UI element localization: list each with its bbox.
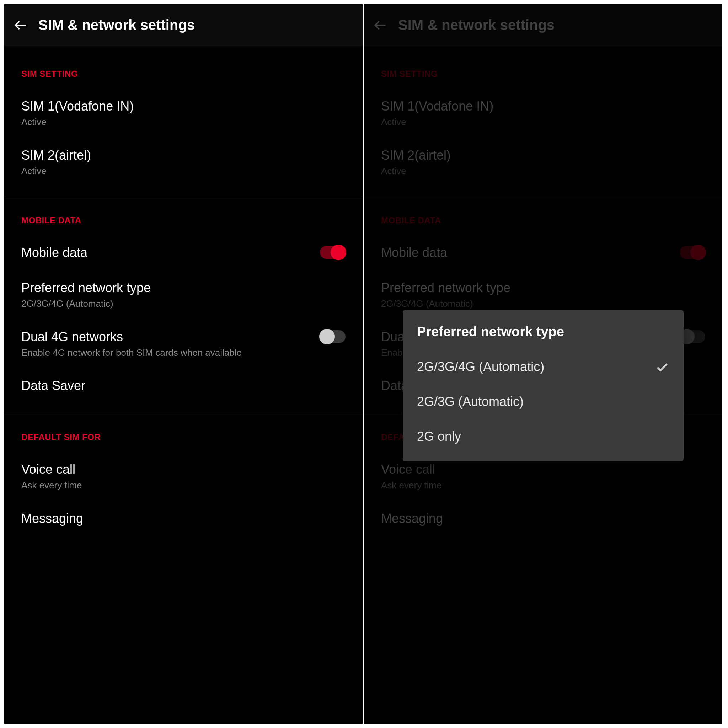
section-mobile-data: MOBILE DATA Mobile data Preferred networ… (4, 198, 362, 415)
arrow-left-icon (13, 17, 28, 33)
section-title-default-sim: DEFAULT SIM FOR (4, 432, 362, 455)
section-title-sim-setting: SIM SETTING (4, 69, 362, 92)
dialog-option-2g-only[interactable]: 2G only (403, 419, 684, 454)
voice-call-value: Ask every time (21, 480, 346, 491)
dual-4g-sub: Enable 4G network for both SIM cards whe… (21, 347, 249, 359)
voice-call-item[interactable]: Voice call Ask every time (4, 455, 362, 504)
sim2-item[interactable]: SIM 2(airtel) Active (4, 141, 362, 190)
section-title-mobile-data: MOBILE DATA (4, 216, 362, 238)
section-default-sim: DEFAULT SIM FOR Voice call Ask every tim… (4, 415, 362, 548)
messaging-label: Messaging (21, 511, 346, 526)
dialog-option-label: 2G/3G (Automatic) (417, 394, 524, 409)
sim1-title: SIM 1(Vodafone IN) (21, 98, 346, 114)
section-sim-setting: SIM SETTING SIM 1(Vodafone IN) Active SI… (4, 46, 362, 198)
mobile-data-label: Mobile data (21, 245, 311, 260)
dialog-option-auto-4g[interactable]: 2G/3G/4G (Automatic) (403, 349, 684, 384)
dialog-option-label: 2G only (417, 429, 461, 444)
dual-4g-toggle[interactable] (320, 330, 346, 343)
app-header: SIM & network settings (4, 4, 362, 46)
check-icon (655, 360, 669, 374)
voice-call-label: Voice call (21, 461, 346, 477)
sim1-item[interactable]: SIM 1(Vodafone IN) Active (4, 92, 362, 141)
dual-4g-label: Dual 4G networks (21, 329, 249, 345)
data-saver-item[interactable]: Data Saver (4, 371, 362, 406)
settings-list: SIM SETTING SIM 1(Vodafone IN) Active SI… (4, 46, 362, 548)
back-button[interactable] (13, 17, 28, 33)
sim1-status: Active (21, 116, 346, 128)
sim2-title: SIM 2(airtel) (21, 147, 346, 163)
dialog-scrim[interactable]: Preferred network type 2G/3G/4G (Automat… (364, 4, 722, 724)
messaging-item[interactable]: Messaging (4, 504, 362, 539)
screen-sim-network-settings-dialog: SIM & network settings SIM SETTING SIM 1… (363, 0, 726, 728)
data-saver-label: Data Saver (21, 378, 346, 393)
mobile-data-toggle[interactable] (320, 246, 346, 259)
preferred-network-item[interactable]: Preferred network type 2G/3G/4G (Automat… (4, 273, 362, 323)
preferred-network-label: Preferred network type (21, 280, 346, 296)
dual-4g-item[interactable]: Dual 4G networks Enable 4G network for b… (4, 323, 362, 372)
preferred-network-dialog: Preferred network type 2G/3G/4G (Automat… (403, 310, 684, 461)
dialog-option-label: 2G/3G/4G (Automatic) (417, 359, 544, 374)
page-title: SIM & network settings (38, 17, 195, 33)
screen-sim-network-settings: SIM & network settings SIM SETTING SIM 1… (0, 0, 363, 728)
dialog-title: Preferred network type (403, 324, 684, 349)
sim2-status: Active (21, 165, 346, 177)
preferred-network-value: 2G/3G/4G (Automatic) (21, 298, 346, 310)
mobile-data-item[interactable]: Mobile data (4, 238, 362, 273)
dialog-option-auto-3g[interactable]: 2G/3G (Automatic) (403, 384, 684, 419)
